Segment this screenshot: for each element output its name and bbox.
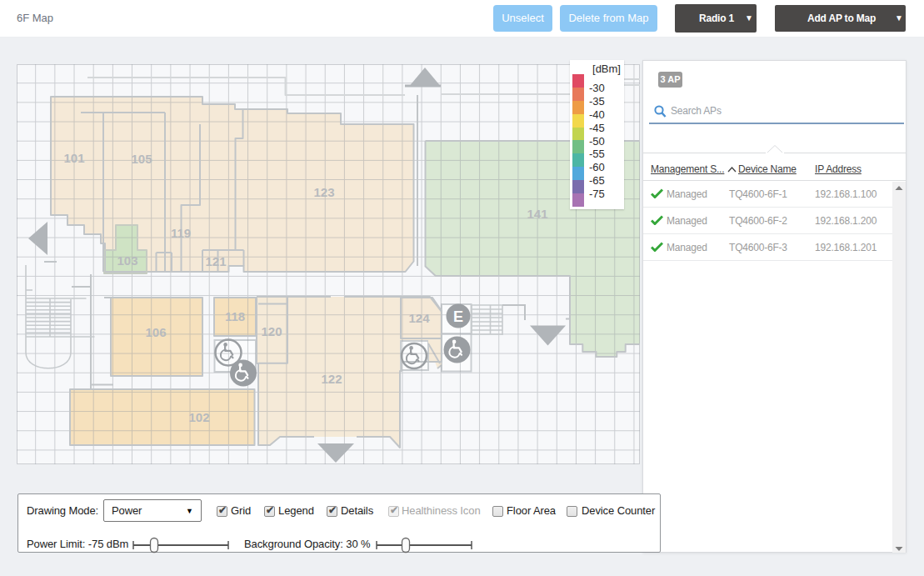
svg-text:102: 102 [188, 410, 209, 424]
svg-text:106: 106 [145, 325, 166, 339]
svg-text:141: 141 [527, 207, 547, 221]
svg-text:120: 120 [261, 324, 282, 338]
svg-text:121: 121 [205, 254, 226, 268]
svg-text:E: E [453, 308, 463, 325]
svg-text:123: 123 [313, 185, 334, 199]
svg-text:122: 122 [321, 372, 342, 386]
svg-text:105: 105 [131, 152, 152, 166]
svg-text:119: 119 [171, 226, 191, 240]
svg-text:124: 124 [408, 311, 430, 325]
svg-text:118: 118 [225, 309, 245, 323]
svg-text:101: 101 [63, 151, 84, 165]
svg-text:103: 103 [117, 253, 137, 268]
